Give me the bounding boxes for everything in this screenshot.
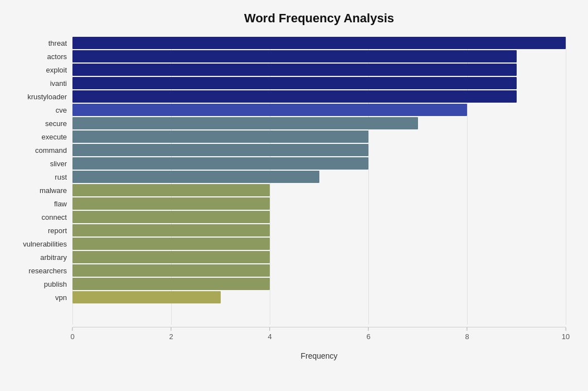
x-tick-line: [171, 327, 171, 331]
bar: [72, 157, 368, 170]
x-tick-label: 8: [465, 332, 469, 341]
bar-label: secure: [6, 119, 72, 128]
x-tick-label: 6: [366, 332, 370, 341]
bar-label: krustyloader: [6, 93, 72, 101]
bar-label: flaw: [6, 200, 72, 208]
bar-label: vpn: [6, 293, 72, 302]
bar-row: flaw: [72, 197, 566, 210]
bar-row: connect: [72, 211, 566, 223]
bars-area: threatactorsexploitivantikrustyloadercve…: [72, 37, 566, 325]
bar: [72, 144, 368, 156]
x-tick-line: [269, 327, 270, 331]
bar: [72, 64, 517, 76]
x-tick: 8: [465, 327, 469, 341]
bar: [72, 131, 368, 143]
x-tick-line: [72, 327, 72, 331]
bar-label: publish: [6, 280, 72, 288]
bar-row: vulnerabilities: [72, 238, 566, 250]
bar-row: command: [72, 144, 566, 156]
bar-row: ivanti: [72, 77, 566, 89]
chart-title: Word Frequency Analysis: [72, 11, 566, 26]
x-tick-label: 0: [70, 332, 74, 341]
x-tick: 2: [169, 327, 173, 341]
bar: [72, 104, 467, 116]
x-tick: 10: [562, 327, 570, 341]
bar-row: publish: [72, 278, 566, 290]
bar: [72, 224, 270, 236]
bar-row: cve: [72, 104, 566, 116]
bar: [72, 90, 517, 103]
bar-row: arbitrary: [72, 251, 566, 263]
bar-label: researchers: [6, 267, 72, 275]
bar-label: exploit: [6, 66, 72, 74]
x-tick-line: [368, 327, 368, 331]
bar-label: execute: [6, 133, 72, 141]
grid-line: [566, 37, 566, 325]
bar-row: exploit: [72, 64, 566, 76]
x-tick-label: 10: [562, 332, 570, 341]
bar: [72, 197, 270, 210]
bar-label: vulnerabilities: [6, 240, 72, 248]
bar: [72, 251, 270, 263]
bar-row: secure: [72, 117, 566, 129]
bar-row: sliver: [72, 157, 566, 170]
bar-label: connect: [6, 213, 72, 221]
bar-label: sliver: [6, 160, 72, 168]
bar: [72, 211, 270, 223]
bar: [72, 291, 221, 303]
x-tick-line: [466, 327, 467, 331]
bar-label: ivanti: [6, 79, 72, 88]
bar-label: threat: [6, 39, 72, 47]
bar-label: cve: [6, 106, 72, 114]
bar-row: krustyloader: [72, 90, 566, 103]
bar-label: arbitrary: [6, 253, 72, 262]
chart-container: Word Frequency Analysis threatactorsexpl…: [0, 0, 588, 391]
bar-row: vpn: [72, 291, 566, 303]
x-axis: 0246810: [72, 327, 566, 349]
bar-row: threat: [72, 37, 566, 49]
bar: [72, 171, 319, 183]
bar: [72, 77, 517, 89]
bar-label: malware: [6, 186, 72, 195]
bar-row: report: [72, 224, 566, 236]
x-tick-label: 2: [169, 332, 173, 341]
bar: [72, 264, 270, 277]
bar-label: command: [6, 146, 72, 155]
x-tick: 0: [70, 327, 74, 341]
bar: [72, 184, 270, 196]
x-tick: 6: [366, 327, 370, 341]
bar: [72, 50, 517, 62]
x-axis-title: Frequency: [72, 351, 566, 360]
bar: [72, 117, 418, 129]
bar-row: rust: [72, 171, 566, 183]
bar-label: report: [6, 226, 72, 235]
bar-row: researchers: [72, 264, 566, 277]
bar-row: malware: [72, 184, 566, 196]
bar-label: rust: [6, 173, 72, 181]
x-tick: 4: [268, 327, 271, 341]
bar-label: actors: [6, 52, 72, 61]
bar-row: actors: [72, 50, 566, 62]
bar: [72, 37, 566, 49]
x-tick-label: 4: [268, 332, 271, 341]
chart-area: threatactorsexploitivantikrustyloadercve…: [72, 37, 566, 360]
x-tick-line: [566, 327, 566, 331]
bar: [72, 278, 270, 290]
bar-row: execute: [72, 131, 566, 143]
bar: [72, 238, 270, 250]
